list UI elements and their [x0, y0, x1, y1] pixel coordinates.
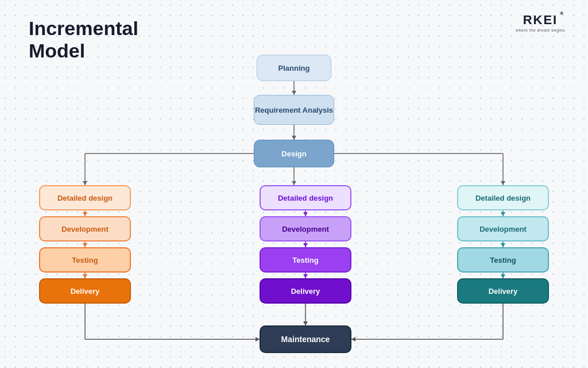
svg-marker-3 — [292, 136, 296, 140]
node-delivery-left: Delivery — [39, 278, 131, 304]
svg-marker-23 — [303, 274, 308, 278]
dd-left-label: Detailed design — [57, 194, 113, 202]
node-development-right: Development — [457, 216, 549, 241]
node-requirement: Requirement Analysis — [254, 95, 334, 125]
test-mid-label: Testing — [292, 256, 318, 264]
svg-marker-15 — [83, 243, 87, 247]
svg-marker-21 — [303, 243, 308, 247]
node-delivery-mid: Delivery — [260, 278, 351, 304]
design-label: Design — [281, 150, 306, 158]
svg-marker-37 — [351, 337, 355, 342]
node-maintenance: Maintenance — [260, 325, 351, 353]
dd-right-label: Detailed design — [475, 194, 531, 202]
node-delivery-right: Delivery — [457, 278, 549, 304]
node-planning: Planning — [257, 55, 331, 81]
node-development-mid: Development — [260, 216, 351, 241]
svg-marker-8 — [292, 181, 296, 185]
node-testing-left: Testing — [39, 247, 131, 273]
dev-left-label: Development — [61, 225, 109, 233]
dev-right-label: Development — [479, 225, 527, 233]
delivery-right-label: Delivery — [489, 287, 518, 296]
svg-marker-25 — [501, 212, 505, 216]
node-testing-mid: Testing — [260, 247, 351, 273]
delivery-left-label: Delivery — [71, 287, 100, 296]
node-detailed-design-right: Detailed design — [457, 185, 549, 210]
svg-marker-19 — [303, 212, 308, 216]
page-container: Incremental Model RKEI ® where the dream… — [0, 0, 588, 368]
svg-marker-1 — [292, 91, 296, 95]
node-detailed-design-left: Detailed design — [39, 185, 131, 210]
delivery-mid-label: Delivery — [291, 287, 320, 296]
dev-mid-label: Development — [282, 225, 329, 233]
node-testing-right: Testing — [457, 247, 549, 273]
test-right-label: Testing — [490, 256, 516, 264]
svg-marker-17 — [83, 274, 87, 278]
svg-marker-13 — [83, 212, 87, 216]
svg-marker-32 — [256, 337, 260, 342]
svg-marker-11 — [501, 181, 505, 185]
svg-marker-6 — [83, 181, 87, 185]
test-left-label: Testing — [72, 256, 98, 264]
requirement-label: Requirement Analysis — [255, 106, 333, 114]
svg-marker-34 — [303, 321, 308, 325]
svg-marker-27 — [501, 243, 505, 247]
node-design: Design — [254, 140, 334, 167]
node-development-left: Development — [39, 216, 131, 241]
svg-marker-29 — [501, 274, 505, 278]
dd-mid-label: Detailed design — [278, 194, 333, 202]
planning-label: Planning — [278, 64, 310, 72]
node-detailed-design-mid: Detailed design — [260, 185, 351, 210]
maintenance-label: Maintenance — [281, 335, 330, 344]
